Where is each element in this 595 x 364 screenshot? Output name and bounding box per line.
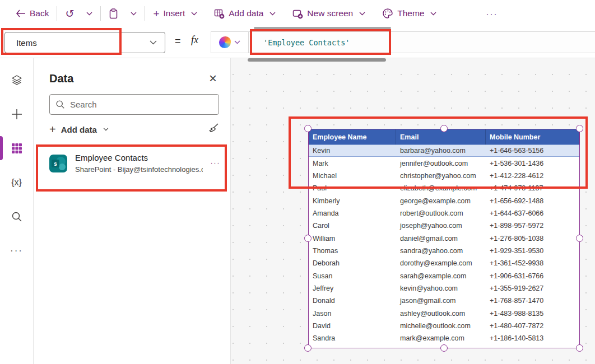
- table-row[interactable]: Amandarobert@outlook.com+1-644-637-6066: [309, 207, 579, 220]
- table-row[interactable]: Caroljoseph@yahoo.com+1-898-957-5972: [309, 220, 579, 232]
- table-cell: Susan: [309, 269, 396, 282]
- table-cell: Thomas: [309, 245, 396, 257]
- table-cell: ashley@outlook.com: [396, 307, 486, 319]
- resize-handle-top-left[interactable]: [304, 125, 312, 132]
- table-cell: jennifer@outlook.com: [396, 157, 486, 169]
- table-cell: William: [309, 232, 396, 244]
- paste-menu-button[interactable]: [128, 12, 137, 16]
- resize-handle-bottom-left[interactable]: [304, 344, 312, 352]
- more-commands-button[interactable]: ···: [486, 10, 498, 18]
- panel-add-data-button[interactable]: + Add data: [49, 123, 109, 136]
- search-icon: [55, 100, 65, 109]
- clean-data-button[interactable]: [207, 123, 219, 137]
- table-cell: +1-474-978-1137: [486, 182, 579, 194]
- plus-icon: +: [153, 8, 159, 19]
- resize-handle-bottom-center[interactable]: [440, 344, 448, 352]
- copilot-icon: [219, 36, 231, 48]
- table-row[interactable]: Donaldjason@gmail.com+1-768-857-1470: [309, 295, 579, 307]
- table-row[interactable]: Williamdaniel@gmail.com+1-276-805-1038: [309, 232, 579, 244]
- sidebar-item-more[interactable]: ···: [0, 234, 34, 268]
- table-cell: Michael: [309, 170, 396, 182]
- table-cell: +1-644-637-6066: [486, 207, 579, 220]
- data-grid-icon: [11, 143, 22, 154]
- property-dropdown[interactable]: Items: [4, 32, 165, 53]
- copilot-menu-button[interactable]: [211, 32, 248, 53]
- table-row[interactable]: Sandramark@example.com+1-186-140-5813: [309, 332, 579, 344]
- datasource-name: Employee Contacts: [75, 153, 203, 162]
- paste-button[interactable]: [109, 8, 118, 19]
- canvas[interactable]: Employee NameEmailMobile Number Kevinbar…: [231, 58, 595, 364]
- canvas-scrollbar-thumb[interactable]: [248, 58, 386, 62]
- table-cell: mark@example.com: [396, 332, 486, 344]
- resize-handle-bottom-right[interactable]: [576, 344, 583, 352]
- back-button[interactable]: Back: [16, 8, 49, 18]
- table-row[interactable]: Davidmichelle@outlook.com+1-480-407-7872: [309, 320, 579, 332]
- table-cell: george@example.com: [396, 194, 486, 207]
- table-cell: +1-619-435-1261: [486, 345, 579, 349]
- undo-button[interactable]: ↺: [65, 8, 74, 19]
- table-row[interactable]: Kevinbarbara@yahoo.com+1-646-563-5156: [309, 144, 579, 157]
- table-cell: Deborah: [309, 257, 396, 269]
- broom-icon: [207, 123, 219, 134]
- resize-handle-top-right[interactable]: [576, 125, 583, 132]
- table-row[interactable]: Susansarah@example.com+1-906-631-6766: [309, 269, 579, 282]
- table-row[interactable]: Markjennifer@outlook.com+1-536-301-1436: [309, 157, 579, 169]
- table-cell: jason@gmail.com: [396, 295, 486, 307]
- back-label: Back: [30, 8, 49, 18]
- add-data-icon: [214, 8, 225, 19]
- chevron-down-icon: [269, 12, 276, 16]
- sidebar-item-variables[interactable]: {x}: [0, 165, 34, 199]
- search-box[interactable]: [49, 94, 219, 115]
- divider: [145, 6, 145, 21]
- sidebar-item-data[interactable]: [0, 131, 34, 165]
- insert-button[interactable]: + Insert: [153, 8, 197, 19]
- main-area: {x} ··· Data × + Add data: [0, 58, 595, 364]
- add-data-button[interactable]: Add data: [214, 8, 276, 19]
- sidebar-item-tree-view[interactable]: [0, 63, 34, 97]
- table-cell: +1-276-805-1038: [486, 232, 579, 244]
- layers-icon: [11, 74, 23, 86]
- formula-input-container: 'Employee Contacts': [211, 31, 595, 53]
- table-cell: +1-361-452-9938: [486, 257, 579, 269]
- table-cell: Jeffrey: [309, 282, 396, 295]
- table-row[interactable]: Michaelchristopher@yahoo.com+1-412-228-4…: [309, 170, 579, 182]
- table-cell: joseph@yahoo.com: [396, 220, 486, 232]
- theme-button[interactable]: Theme: [382, 8, 436, 19]
- table-cell: +1-906-631-6766: [486, 269, 579, 282]
- resize-handle-mid-right[interactable]: [576, 235, 583, 242]
- table-cell: kevin@yahoo.com: [396, 282, 486, 295]
- data-table-control[interactable]: Employee NameEmailMobile Number Kevinbar…: [308, 129, 580, 348]
- table-row[interactable]: Jeffreykevin@yahoo.com+1-355-919-2627: [309, 282, 579, 295]
- divider: [100, 6, 101, 21]
- new-screen-icon: [292, 8, 303, 19]
- table-row[interactable]: Thomassandra@yahoo.com+1-929-351-9530: [309, 245, 579, 257]
- table-row[interactable]: Kimberlygeorge@example.com+1-656-692-148…: [309, 194, 579, 207]
- table-row[interactable]: Paulelizabeth@example.com+1-474-978-1137: [309, 182, 579, 194]
- panel-title: Data: [49, 72, 207, 85]
- formula-input[interactable]: 'Employee Contacts': [248, 32, 595, 53]
- add-data-label: Add data: [229, 8, 263, 18]
- column-header: Mobile Number: [486, 129, 579, 144]
- add-data-label: Add data: [61, 125, 97, 134]
- resize-handle-mid-left[interactable]: [304, 235, 312, 242]
- resize-handle-top-center[interactable]: [440, 125, 448, 132]
- new-screen-button[interactable]: New screen: [292, 8, 365, 19]
- table-cell: +1-656-692-1488: [486, 194, 579, 207]
- close-icon[interactable]: ×: [207, 72, 219, 85]
- sidebar-item-search[interactable]: [0, 199, 34, 234]
- table-cell: Kevin: [309, 144, 396, 157]
- search-icon: [11, 211, 22, 222]
- table-cell: michelle@outlook.com: [396, 320, 486, 332]
- formula-scrollbar-thumb[interactable]: [254, 27, 391, 29]
- undo-menu-button[interactable]: [84, 12, 92, 16]
- search-input[interactable]: [70, 100, 213, 109]
- table-row[interactable]: Deborahdorothy@example.com+1-361-452-993…: [309, 257, 579, 269]
- datasource-item-employee-contacts[interactable]: s Employee Contacts SharePoint - Bijay@t…: [40, 147, 226, 179]
- table-cell: Kimberly: [309, 194, 396, 207]
- table-row[interactable]: Jasonashley@outlook.com+1-483-988-8135: [309, 307, 579, 319]
- datasource-more-button[interactable]: ···: [211, 158, 221, 167]
- data-table-body: Kevinbarbara@yahoo.com+1-646-563-5156Mar…: [309, 144, 579, 348]
- table-cell: +1-483-988-8135: [486, 307, 579, 319]
- sidebar-item-insert[interactable]: [0, 97, 34, 131]
- chevron-down-icon: [430, 12, 436, 16]
